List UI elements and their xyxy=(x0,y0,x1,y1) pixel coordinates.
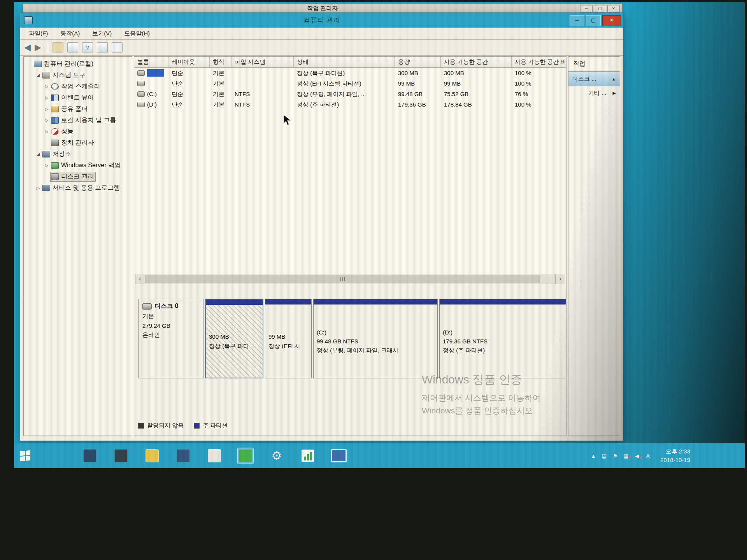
sidebar-item-5[interactable]: ▷로컬 사용자 및 그룹 xyxy=(24,115,132,126)
sidebar-item-3[interactable]: ▷이벤트 뷰어 xyxy=(24,92,132,103)
actions-header: 작업 xyxy=(568,57,620,72)
sidebar-item-8[interactable]: ◢저장소 xyxy=(24,149,132,160)
menu-item-1[interactable]: 동작(A) xyxy=(54,28,86,39)
gear-icon[interactable]: ⚙ xyxy=(268,448,285,464)
file-explorer-icon-shape xyxy=(146,449,159,462)
table-row[interactable]: (C:)단순기본NTFS정상 (부팅, 페이지 파일, ...99.48 GB7… xyxy=(134,89,566,99)
scrollbar-thumb[interactable] xyxy=(146,275,540,283)
tree-collapsed-icon[interactable]: ▷ xyxy=(43,95,50,100)
cell-free: 75.52 GB xyxy=(441,89,512,99)
horizontal-scrollbar[interactable]: ‹ › xyxy=(135,274,565,284)
column-header-2[interactable]: 형식 xyxy=(210,57,231,68)
hidden-icons-icon[interactable]: ▲ xyxy=(590,452,596,459)
column-header-1[interactable]: 레이아웃 xyxy=(168,57,210,68)
partition-line: 정상 (EFI 시 xyxy=(268,341,308,350)
actions-group-disk[interactable]: 디스크 ... ▲ xyxy=(568,72,620,86)
maximize-button[interactable]: ▢ xyxy=(586,15,601,26)
tree-collapsed-icon[interactable]: ▷ xyxy=(43,163,50,168)
console-tree-icon[interactable] xyxy=(67,42,78,52)
task-manager-icon[interactable] xyxy=(300,448,316,464)
partition-line: 정상 (주 파티션) xyxy=(443,346,566,355)
taskbar-apps: ⚙ xyxy=(82,448,347,464)
taskbar-clock[interactable]: 오후 2:33 2018-10-19 xyxy=(660,447,690,465)
tree-collapsed-icon[interactable]: ▷ xyxy=(43,129,50,134)
menu-item-2[interactable]: 보기(V) xyxy=(86,28,118,39)
maximize-icon[interactable]: ▢ xyxy=(594,5,606,12)
sidebar-item-4[interactable]: ▷공유 폴더 xyxy=(24,103,132,115)
scroll-right-icon[interactable]: › xyxy=(555,274,565,284)
column-header-3[interactable]: 파일 시스템 xyxy=(231,57,294,68)
partition-color-bar xyxy=(440,299,566,304)
close-icon[interactable]: ✕ xyxy=(607,5,620,12)
minimize-button[interactable]: ─ xyxy=(570,15,584,26)
menu-item-3[interactable]: 도움말(H) xyxy=(118,28,156,39)
sidebar-item-6[interactable]: ▷성능 xyxy=(24,126,132,137)
green-app-icon[interactable] xyxy=(237,448,254,464)
cell-free: 300 MB xyxy=(441,68,512,78)
tree-item-content: 성능 xyxy=(50,127,75,136)
column-header-5[interactable]: 용량 xyxy=(395,57,441,68)
cell-type: 기본 xyxy=(210,78,231,89)
forward-button[interactable]: ▶ xyxy=(35,43,41,52)
cell-fs xyxy=(231,68,294,78)
scroll-left-icon[interactable]: ‹ xyxy=(135,274,145,284)
flag-icon[interactable]: ⚑ xyxy=(612,452,618,459)
partition-1[interactable]: 99 MB정상 (EFI 시 xyxy=(265,299,312,378)
partition-3[interactable]: (D:)179.36 GB NTFS정상 (주 파티션) xyxy=(439,299,566,378)
partition-2[interactable]: (C:)99.48 GB NTFS정상 (부팅, 페이지 파일, 크래시 xyxy=(313,299,438,378)
tree-collapsed-icon[interactable]: ▷ xyxy=(35,186,42,191)
sidebar-item-11[interactable]: ▷서비스 및 응용 프로그램 xyxy=(24,182,132,194)
tree-collapsed-icon[interactable]: ▷ xyxy=(43,118,50,123)
notepad-icon[interactable] xyxy=(206,448,223,464)
sidebar-item-7[interactable]: 장치 관리자 xyxy=(24,137,132,149)
help-icon[interactable]: ? xyxy=(82,42,93,52)
expand-icon[interactable]: ▶ xyxy=(613,91,616,96)
window-titlebar[interactable]: 컴퓨터 관리 ─ ▢ ✕ xyxy=(20,13,623,28)
disk-0-info[interactable]: 디스크 0 기본 279.24 GB 온라인 xyxy=(138,299,203,378)
tree-item-label: 공유 폴더 xyxy=(61,105,88,113)
back-button[interactable]: ◀ xyxy=(24,43,31,52)
server-tray-icon[interactable]: ▤ xyxy=(601,452,607,459)
powershell-icon[interactable] xyxy=(113,448,129,464)
server-manager-icon[interactable] xyxy=(82,448,98,464)
app-blue-icon[interactable] xyxy=(175,448,191,464)
sidebar-item-9[interactable]: ▷Windows Server 백업 xyxy=(24,160,132,171)
column-header-6[interactable]: 사용 가능한 공간 xyxy=(441,57,512,68)
tree-collapsed-icon[interactable]: ▷ xyxy=(43,107,50,112)
minimize-icon[interactable]: ─ xyxy=(580,5,593,12)
collapse-icon[interactable]: ▲ xyxy=(612,77,616,81)
tree-collapsed-icon[interactable]: ▷ xyxy=(43,84,50,89)
tree-expanded-icon[interactable]: ◢ xyxy=(35,152,42,157)
folder-toggle-icon[interactable] xyxy=(53,42,63,52)
file-explorer-icon[interactable] xyxy=(144,448,160,464)
legend-label: 할당되지 않음 xyxy=(147,422,184,429)
ime-icon[interactable]: A xyxy=(645,452,651,459)
cell-free_pct: 76 % xyxy=(512,89,566,99)
sidebar-item-1[interactable]: ◢시스템 도구 xyxy=(24,70,132,81)
column-header-0[interactable]: 볼륨 xyxy=(134,57,168,68)
tree-item-content: Windows Server 백업 xyxy=(50,161,123,170)
menu-item-0[interactable]: 파일(F) xyxy=(23,28,54,39)
start-button[interactable] xyxy=(14,443,37,468)
table-row[interactable]: (D:)단순기본NTFS정상 (주 파티션)179.36 GB178.84 GB… xyxy=(134,99,566,110)
partition-line: 300 MB xyxy=(209,332,260,341)
table-row[interactable]: 단순기본정상 (복구 파티션)300 MB300 MB100 % xyxy=(134,68,566,78)
sidebar-item-10[interactable]: 디스크 관리 xyxy=(24,171,132,182)
error-badge-icon: ✕ xyxy=(628,455,631,460)
console-window-icon[interactable] xyxy=(97,42,108,52)
close-button[interactable]: ✕ xyxy=(602,15,621,26)
column-header-4[interactable]: 상태 xyxy=(294,57,395,68)
column-header-7[interactable]: 사용 가능한 공간 비 xyxy=(512,57,566,68)
tree-expanded-icon[interactable]: ◢ xyxy=(35,73,42,78)
actions-item-other[interactable]: 기타 ... ▶ xyxy=(568,86,620,100)
sidebar-item-0[interactable]: 컴퓨터 관리(로컬) xyxy=(24,58,132,70)
tree-item-label: 저장소 xyxy=(53,150,71,158)
sidebar-item-2[interactable]: ▷작업 스케줄러 xyxy=(24,81,132,92)
partition-0[interactable]: 300 MB정상 (복구 파티 xyxy=(205,299,263,378)
backup-icon xyxy=(51,162,59,169)
computer-icon[interactable] xyxy=(331,448,347,464)
export-list-icon[interactable] xyxy=(112,42,123,52)
table-row[interactable]: 단순기본정상 (EFI 시스템 파티션)99 MB99 MB100 % xyxy=(134,78,566,89)
volume-icon[interactable]: ◀✕ xyxy=(634,452,640,459)
network-icon[interactable]: ▦✕ xyxy=(623,452,629,459)
